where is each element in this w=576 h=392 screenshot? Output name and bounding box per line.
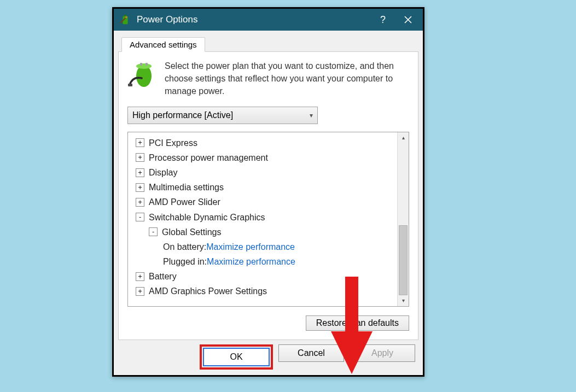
tree-item-switchable-graphics[interactable]: -Switchable Dynamic Graphics [130,210,395,225]
expand-icon[interactable]: + [136,198,144,207]
battery-large-icon [127,60,157,98]
tree-item-on-battery[interactable]: On battery: Maximize performance [130,239,395,254]
scroll-track[interactable] [398,143,409,295]
battery-app-icon [119,14,131,26]
expand-icon[interactable]: + [136,183,144,192]
dialog-client-area: Advanced settings Select the power plan … [114,31,423,375]
ok-button[interactable]: OK [203,348,270,366]
expand-icon[interactable]: + [136,168,144,177]
close-button[interactable] [395,9,421,31]
intro-text: Select the power plan that you want to c… [165,60,409,98]
tabstrip: Advanced settings [118,35,418,52]
power-plan-dropdown[interactable]: High performance [Active] ▾ [127,107,318,124]
power-plan-selected: High performance [Active] [132,110,233,120]
expand-icon[interactable]: + [136,153,144,162]
tree-item-amd-graphics-power[interactable]: +AMD Graphics Power Settings [130,284,395,299]
expand-icon[interactable]: + [136,272,144,281]
scroll-down-icon[interactable]: ▾ [402,295,405,306]
settings-tree[interactable]: +PCI Express +Processor power management… [128,132,397,306]
svg-point-2 [125,16,127,19]
tab-body: Select the power plan that you want to c… [118,52,418,340]
cancel-button[interactable]: Cancel [278,344,344,362]
tree-item-multimedia[interactable]: +Multimedia settings [130,180,395,195]
restore-plan-defaults-button[interactable]: Restore plan defaults [306,315,409,331]
power-options-dialog: Power Options ? Advanced settings [112,7,424,377]
tree-item-battery[interactable]: +Battery [130,269,395,284]
settings-tree-container: +PCI Express +Processor power management… [127,132,409,307]
svg-rect-7 [128,84,132,86]
plugged-in-value[interactable]: Maximize performance [207,254,295,269]
window-title: Power Options [137,14,370,25]
tree-item-display[interactable]: +Display [130,165,395,180]
svg-point-4 [136,63,152,69]
collapse-icon[interactable]: - [149,227,158,236]
tree-item-pci-express[interactable]: +PCI Express [130,136,395,150]
tree-item-processor-power[interactable]: +Processor power management [130,150,395,165]
intro-row: Select the power plan that you want to c… [127,60,409,98]
help-button[interactable]: ? [370,9,395,31]
tree-item-global-settings[interactable]: -Global Settings [130,225,395,239]
svg-rect-6 [146,63,148,66]
svg-rect-5 [140,63,142,66]
expand-icon[interactable]: + [136,287,144,296]
titlebar[interactable]: Power Options ? [114,9,423,31]
dialog-button-row: OK Cancel Apply [118,340,418,372]
tree-item-amd-slider[interactable]: +AMD Power Slider [130,195,395,209]
tab-advanced-settings[interactable]: Advanced settings [121,37,205,52]
ok-button-highlight: OK [200,344,273,370]
tree-scrollbar[interactable]: ▴ ▾ [397,132,409,306]
scroll-up-icon[interactable]: ▴ [402,132,405,143]
scroll-thumb[interactable] [399,225,408,295]
expand-icon[interactable]: + [136,138,144,147]
collapse-icon[interactable]: - [136,213,144,221]
apply-button[interactable]: Apply [350,344,415,362]
on-battery-value[interactable]: Maximize performance [206,239,295,254]
tree-item-plugged-in[interactable]: Plugged in: Maximize performance [130,254,395,269]
chevron-down-icon: ▾ [310,112,313,119]
